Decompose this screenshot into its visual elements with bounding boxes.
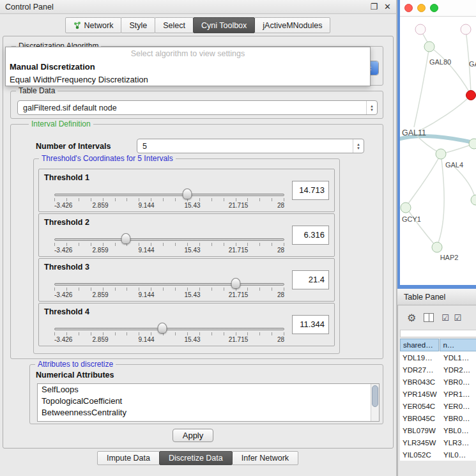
popup-item-equal-width-frequency[interactable]: Equal Width/Frequency Discretization (6, 73, 370, 86)
tab-network[interactable]: Network (65, 17, 122, 33)
table-row[interactable]: YBR045CYBR0… (400, 412, 476, 424)
control-panel-titlebar[interactable]: Control Panel ❐ ✕ (0, 0, 396, 14)
table-scroll-strip[interactable] (400, 330, 476, 337)
control-panel: Control Panel ❐ ✕ Network Style Select C… (0, 0, 396, 476)
scale-tick-label: 28 (277, 202, 284, 209)
combo-stepper[interactable]: ▲ ▼ (366, 101, 377, 114)
slider-thumb[interactable] (121, 233, 130, 244)
number-of-intervals-combo[interactable]: 5 ▲ ▼ (137, 139, 364, 153)
threshold-2-slider[interactable]: -3.4262.8599.14415.4321.71528 (54, 234, 284, 256)
interval-definition-group-title: Interval Definition (29, 119, 93, 128)
network-node[interactable] (424, 42, 435, 52)
table-cell[interactable]: YLR345W (400, 439, 441, 447)
network-node[interactable] (415, 24, 426, 35)
table-cell[interactable]: YER054C (400, 403, 441, 410)
network-node[interactable] (461, 24, 472, 35)
table-row[interactable]: YLR345WYLR3… (400, 436, 476, 449)
columns-icon[interactable] (424, 313, 434, 322)
table-row[interactable]: YBL079WYBL0… (400, 424, 476, 436)
table-row[interactable]: YDL19…YDL1… (400, 351, 476, 364)
application-window: Control Panel ❐ ✕ Network Style Select C… (0, 0, 476, 476)
table-cell[interactable]: YIL052C (400, 451, 441, 459)
threshold-4-slider[interactable]: -3.4262.8599.14415.4321.71528 (54, 324, 284, 346)
network-node[interactable] (469, 139, 476, 150)
table-row[interactable]: YBR043CYBR0… (400, 376, 476, 388)
tab-style[interactable]: Style (121, 17, 155, 33)
control-panel-tabs: Network Style Select Cyni Toolbox jActiv… (0, 17, 396, 33)
float-window-icon[interactable]: ❐ (370, 2, 378, 12)
popup-item-manual-discretization[interactable]: Manual Discretization (6, 60, 370, 73)
table-cell[interactable]: YLR3… (441, 439, 476, 447)
select-columns-icons[interactable]: ☑ ☑ (441, 313, 463, 323)
table-row[interactable]: YDR27…YDR2… (400, 364, 476, 376)
table-cell[interactable]: YBR045C (400, 415, 441, 422)
network-canvas[interactable]: GAL80GAGAL11GAL4GCY1HAP2 (400, 17, 476, 285)
table-cell[interactable]: YBR0… (441, 378, 476, 386)
attributes-list[interactable]: SelfLoopsTopologicalCoefficientBetweenne… (37, 383, 380, 422)
table-row[interactable]: YIL052CYIL0… (400, 449, 476, 461)
threshold-1-slider[interactable]: -3.4262.8599.14415.4321.71528 (54, 190, 284, 211)
table-cell[interactable]: YBR043C (400, 378, 441, 386)
popup-placeholder[interactable]: Select algorithm to view settings (6, 47, 370, 60)
tab-select[interactable]: Select (155, 17, 194, 33)
slider-track[interactable] (54, 194, 284, 196)
threshold-3-slider[interactable]: -3.4262.8599.14415.4321.71528 (54, 279, 284, 301)
network-node[interactable] (432, 242, 443, 253)
table-row[interactable]: YER054CYER0… (400, 400, 476, 412)
scale-tick-label: 2.859 (92, 336, 108, 343)
slider-scale: -3.4262.8599.14415.4321.71528 (54, 336, 284, 344)
slider-thumb[interactable] (158, 323, 167, 334)
column-header-shared-name[interactable]: shared… (400, 339, 439, 351)
slider-track[interactable] (54, 283, 284, 286)
threshold-value-field[interactable]: 21.4 (292, 270, 329, 289)
tab-discretize-data[interactable]: Discretize Data (159, 451, 233, 465)
mac-close-button[interactable] (404, 4, 413, 12)
table-cell[interactable]: YDL19… (400, 354, 441, 362)
table-cell[interactable]: YBL0… (441, 427, 476, 434)
slider-track[interactable] (54, 328, 284, 330)
scale-tick-label: -3.426 (54, 247, 72, 254)
table-row[interactable]: YPR145WYPR1… (400, 388, 476, 400)
scrollbar-thumb[interactable] (372, 385, 378, 407)
network-window-titlebar[interactable] (400, 0, 476, 17)
combo-stepper[interactable]: ▲ ▼ (353, 139, 364, 153)
table-cell[interactable]: YER0… (441, 403, 476, 410)
table-cell[interactable]: YDR2… (441, 366, 476, 374)
table-cell[interactable]: YBL079W (400, 427, 441, 434)
table-data-group: Table Data galFiltered.sif default node … (10, 91, 383, 119)
table-cell[interactable]: YPR145W (400, 390, 441, 398)
table-cell[interactable]: YBR0… (441, 415, 476, 422)
slider-thumb[interactable] (231, 278, 241, 289)
tab-impute-data[interactable]: Impute Data (97, 451, 160, 465)
threshold-value-field[interactable]: 6.316 (292, 226, 329, 245)
apply-button[interactable]: Apply (173, 429, 213, 442)
slider-thumb[interactable] (182, 188, 192, 199)
close-icon[interactable]: ✕ (384, 2, 391, 12)
table-cell[interactable]: YIL0… (441, 451, 476, 459)
mac-minimize-button[interactable] (417, 4, 426, 12)
tab-infer-network[interactable]: Infer Network (232, 451, 298, 465)
slider-track[interactable] (54, 238, 284, 241)
threshold-value-field[interactable]: 11.344 (292, 315, 329, 334)
gear-icon[interactable]: ⚙ (407, 312, 416, 324)
attribute-item[interactable]: SelfLoops (38, 384, 379, 395)
table-cell[interactable]: YDL1… (441, 354, 476, 362)
network-node-selected[interactable] (466, 90, 476, 100)
scale-tick-label: 15.43 (184, 336, 200, 343)
mac-zoom-button[interactable] (430, 4, 438, 12)
slider-scale: -3.4262.8599.14415.4321.71528 (54, 247, 284, 254)
tab-jactivemnodules[interactable]: jActiveMNodules (254, 17, 330, 33)
table-cell[interactable]: YDR27… (400, 366, 441, 374)
tab-cyni-toolbox[interactable]: Cyni Toolbox (193, 17, 255, 33)
column-header-name[interactable]: n… (440, 339, 476, 351)
table-data-combo[interactable]: galFiltered.sif default node ▲ ▼ (17, 100, 378, 115)
attribute-item[interactable]: TopologicalCoefficient (38, 395, 379, 407)
table-panel-header[interactable]: Table Panel (397, 289, 476, 305)
table-cell[interactable]: YPR1… (441, 390, 476, 398)
network-node[interactable] (436, 149, 447, 160)
attribute-item[interactable]: BetweennessCentrality (38, 407, 379, 418)
scale-tick-label: 15.43 (184, 291, 200, 298)
attributes-list-scrollbar[interactable] (371, 384, 379, 421)
threshold-value-field[interactable]: 14.713 (292, 181, 329, 200)
network-node[interactable] (401, 203, 411, 213)
